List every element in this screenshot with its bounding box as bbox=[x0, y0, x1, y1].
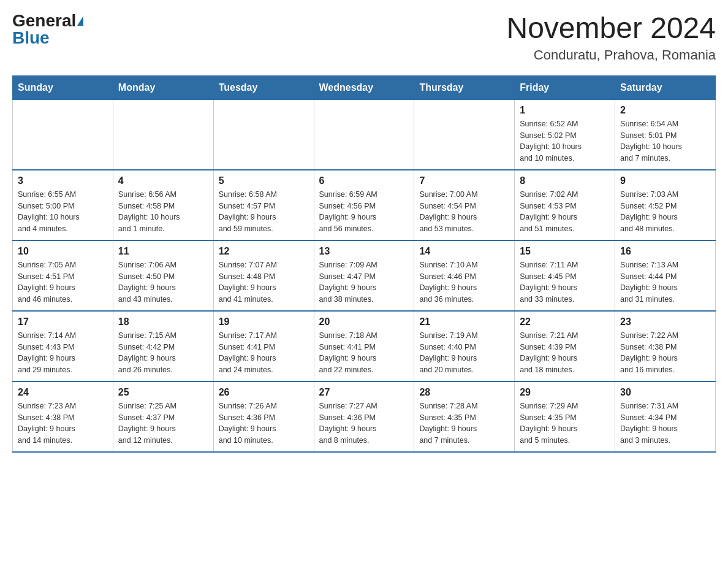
calendar-cell: 10Sunrise: 7:05 AM Sunset: 4:51 PM Dayli… bbox=[13, 240, 113, 311]
day-info: Sunrise: 7:06 AM Sunset: 4:50 PM Dayligh… bbox=[118, 259, 208, 305]
calendar-cell: 13Sunrise: 7:09 AM Sunset: 4:47 PM Dayli… bbox=[314, 240, 414, 311]
calendar-cell: 27Sunrise: 7:27 AM Sunset: 4:36 PM Dayli… bbox=[314, 381, 414, 452]
header-cell-thursday: Thursday bbox=[414, 75, 515, 99]
day-number: 3 bbox=[18, 175, 108, 186]
day-info: Sunrise: 7:18 AM Sunset: 4:41 PM Dayligh… bbox=[319, 330, 409, 376]
header-row: SundayMondayTuesdayWednesdayThursdayFrid… bbox=[13, 75, 716, 99]
day-info: Sunrise: 7:07 AM Sunset: 4:48 PM Dayligh… bbox=[219, 259, 309, 305]
day-info: Sunrise: 7:26 AM Sunset: 4:36 PM Dayligh… bbox=[219, 400, 309, 446]
day-number: 19 bbox=[219, 316, 309, 327]
header-cell-tuesday: Tuesday bbox=[213, 75, 314, 99]
day-info: Sunrise: 6:52 AM Sunset: 5:02 PM Dayligh… bbox=[520, 118, 610, 164]
day-info: Sunrise: 7:13 AM Sunset: 4:44 PM Dayligh… bbox=[620, 259, 710, 305]
day-info: Sunrise: 7:29 AM Sunset: 4:35 PM Dayligh… bbox=[520, 400, 610, 446]
header-cell-saturday: Saturday bbox=[615, 75, 716, 99]
day-info: Sunrise: 7:11 AM Sunset: 4:45 PM Dayligh… bbox=[520, 259, 610, 305]
day-number: 29 bbox=[520, 387, 610, 398]
calendar-week-2: 3Sunrise: 6:55 AM Sunset: 5:00 PM Daylig… bbox=[13, 170, 716, 240]
day-number: 12 bbox=[219, 246, 309, 257]
day-info: Sunrise: 7:05 AM Sunset: 4:51 PM Dayligh… bbox=[18, 259, 108, 305]
title-area: November 2024 Conduratu, Prahova, Romani… bbox=[506, 12, 716, 63]
day-info: Sunrise: 7:22 AM Sunset: 4:38 PM Dayligh… bbox=[620, 330, 710, 376]
calendar-cell: 18Sunrise: 7:15 AM Sunset: 4:42 PM Dayli… bbox=[113, 311, 213, 381]
calendar-cell: 5Sunrise: 6:58 AM Sunset: 4:57 PM Daylig… bbox=[213, 170, 314, 240]
day-number: 4 bbox=[118, 175, 208, 186]
day-number: 27 bbox=[319, 387, 409, 398]
day-info: Sunrise: 6:55 AM Sunset: 5:00 PM Dayligh… bbox=[18, 189, 108, 235]
calendar-cell: 22Sunrise: 7:21 AM Sunset: 4:39 PM Dayli… bbox=[515, 311, 615, 381]
calendar-table: SundayMondayTuesdayWednesdayThursdayFrid… bbox=[12, 75, 716, 453]
calendar-cell: 6Sunrise: 6:59 AM Sunset: 4:56 PM Daylig… bbox=[314, 170, 414, 240]
day-info: Sunrise: 7:09 AM Sunset: 4:47 PM Dayligh… bbox=[319, 259, 409, 305]
day-info: Sunrise: 7:23 AM Sunset: 4:38 PM Dayligh… bbox=[18, 400, 108, 446]
calendar-cell: 9Sunrise: 7:03 AM Sunset: 4:52 PM Daylig… bbox=[615, 170, 716, 240]
calendar-cell bbox=[314, 99, 414, 170]
day-number: 18 bbox=[118, 316, 208, 327]
day-number: 20 bbox=[319, 316, 409, 327]
calendar-cell: 7Sunrise: 7:00 AM Sunset: 4:54 PM Daylig… bbox=[414, 170, 515, 240]
calendar-cell: 3Sunrise: 6:55 AM Sunset: 5:00 PM Daylig… bbox=[13, 170, 113, 240]
calendar-cell: 4Sunrise: 6:56 AM Sunset: 4:58 PM Daylig… bbox=[113, 170, 213, 240]
day-number: 28 bbox=[419, 387, 509, 398]
calendar-cell: 23Sunrise: 7:22 AM Sunset: 4:38 PM Dayli… bbox=[615, 311, 716, 381]
month-title: November 2024 bbox=[506, 12, 716, 45]
day-info: Sunrise: 7:03 AM Sunset: 4:52 PM Dayligh… bbox=[620, 189, 710, 235]
header-cell-sunday: Sunday bbox=[13, 75, 113, 99]
calendar-cell bbox=[113, 99, 213, 170]
day-number: 1 bbox=[520, 105, 610, 116]
calendar-cell bbox=[414, 99, 515, 170]
day-info: Sunrise: 7:28 AM Sunset: 4:35 PM Dayligh… bbox=[419, 400, 509, 446]
day-number: 26 bbox=[219, 387, 309, 398]
calendar-cell: 19Sunrise: 7:17 AM Sunset: 4:41 PM Dayli… bbox=[213, 311, 314, 381]
calendar-cell bbox=[13, 99, 113, 170]
calendar-week-3: 10Sunrise: 7:05 AM Sunset: 4:51 PM Dayli… bbox=[13, 240, 716, 311]
day-info: Sunrise: 7:15 AM Sunset: 4:42 PM Dayligh… bbox=[118, 330, 208, 376]
calendar-cell: 24Sunrise: 7:23 AM Sunset: 4:38 PM Dayli… bbox=[13, 381, 113, 452]
calendar-cell: 14Sunrise: 7:10 AM Sunset: 4:46 PM Dayli… bbox=[414, 240, 515, 311]
header-cell-monday: Monday bbox=[113, 75, 213, 99]
day-number: 30 bbox=[620, 387, 710, 398]
day-number: 22 bbox=[520, 316, 610, 327]
day-number: 15 bbox=[520, 246, 610, 257]
calendar-cell: 17Sunrise: 7:14 AM Sunset: 4:43 PM Dayli… bbox=[13, 311, 113, 381]
page-header: General Blue November 2024 Conduratu, Pr… bbox=[12, 12, 716, 63]
day-number: 2 bbox=[620, 105, 710, 116]
calendar-cell: 16Sunrise: 7:13 AM Sunset: 4:44 PM Dayli… bbox=[615, 240, 716, 311]
day-number: 17 bbox=[18, 316, 108, 327]
day-number: 11 bbox=[118, 246, 208, 257]
day-info: Sunrise: 7:19 AM Sunset: 4:40 PM Dayligh… bbox=[419, 330, 509, 376]
day-info: Sunrise: 7:14 AM Sunset: 4:43 PM Dayligh… bbox=[18, 330, 108, 376]
calendar-header: SundayMondayTuesdayWednesdayThursdayFrid… bbox=[13, 75, 716, 99]
calendar-body: 1Sunrise: 6:52 AM Sunset: 5:02 PM Daylig… bbox=[13, 99, 716, 452]
day-number: 10 bbox=[18, 246, 108, 257]
day-number: 16 bbox=[620, 246, 710, 257]
day-info: Sunrise: 6:56 AM Sunset: 4:58 PM Dayligh… bbox=[118, 189, 208, 235]
calendar-cell: 15Sunrise: 7:11 AM Sunset: 4:45 PM Dayli… bbox=[515, 240, 615, 311]
day-number: 5 bbox=[219, 175, 309, 186]
header-cell-wednesday: Wednesday bbox=[314, 75, 414, 99]
day-number: 9 bbox=[620, 175, 710, 186]
calendar-cell: 8Sunrise: 7:02 AM Sunset: 4:53 PM Daylig… bbox=[515, 170, 615, 240]
header-cell-friday: Friday bbox=[515, 75, 615, 99]
calendar-cell bbox=[213, 99, 314, 170]
calendar-cell: 2Sunrise: 6:54 AM Sunset: 5:01 PM Daylig… bbox=[615, 99, 716, 170]
day-info: Sunrise: 7:21 AM Sunset: 4:39 PM Dayligh… bbox=[520, 330, 610, 376]
day-info: Sunrise: 6:58 AM Sunset: 4:57 PM Dayligh… bbox=[219, 189, 309, 235]
day-info: Sunrise: 7:02 AM Sunset: 4:53 PM Dayligh… bbox=[520, 189, 610, 235]
day-number: 14 bbox=[419, 246, 509, 257]
location-title: Conduratu, Prahova, Romania bbox=[506, 47, 716, 63]
calendar-cell: 30Sunrise: 7:31 AM Sunset: 4:34 PM Dayli… bbox=[615, 381, 716, 452]
day-info: Sunrise: 7:10 AM Sunset: 4:46 PM Dayligh… bbox=[419, 259, 509, 305]
day-number: 21 bbox=[419, 316, 509, 327]
calendar-week-5: 24Sunrise: 7:23 AM Sunset: 4:38 PM Dayli… bbox=[13, 381, 716, 452]
day-number: 23 bbox=[620, 316, 710, 327]
logo: General Blue bbox=[12, 12, 83, 47]
day-info: Sunrise: 7:25 AM Sunset: 4:37 PM Dayligh… bbox=[118, 400, 208, 446]
day-number: 25 bbox=[118, 387, 208, 398]
day-info: Sunrise: 7:31 AM Sunset: 4:34 PM Dayligh… bbox=[620, 400, 710, 446]
day-info: Sunrise: 6:59 AM Sunset: 4:56 PM Dayligh… bbox=[319, 189, 409, 235]
day-number: 8 bbox=[520, 175, 610, 186]
day-info: Sunrise: 7:17 AM Sunset: 4:41 PM Dayligh… bbox=[219, 330, 309, 376]
calendar-week-4: 17Sunrise: 7:14 AM Sunset: 4:43 PM Dayli… bbox=[13, 311, 716, 381]
calendar-cell: 20Sunrise: 7:18 AM Sunset: 4:41 PM Dayli… bbox=[314, 311, 414, 381]
